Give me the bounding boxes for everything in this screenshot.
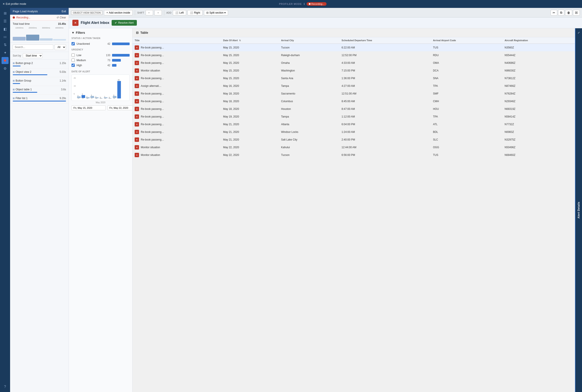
svg-text:21: 21 (109, 98, 110, 99)
clear-icon: ↺ (56, 16, 59, 19)
copy-button[interactable]: ⧉ (558, 10, 564, 16)
left-icon: ⬜ (175, 11, 178, 14)
svg-text:5: 5 (82, 94, 83, 95)
split-icon: ⊟ (206, 11, 208, 14)
table-row[interactable]: ✕ Re-book passeng… May 18, 2020 Columbus… (132, 98, 575, 105)
chart-area: 25 15 5 (72, 74, 130, 101)
cell-city-4: Santa Ana (279, 74, 340, 82)
comp-item-1[interactable]: ⊞Object view 2 5.03s (10, 68, 69, 77)
filter-unactioned-checkbox[interactable] (72, 42, 75, 46)
cell-time-0: 6:22:00 AM (340, 44, 431, 52)
comp-item-0[interactable]: ⊞Button group 2 1.15s (10, 60, 69, 68)
cell-title-10: ✕ Re-book passeng… (132, 120, 221, 128)
cell-time-6: 12:51:00 AM (340, 90, 431, 98)
col-date[interactable]: Date Of Alert ⇅ (221, 37, 279, 44)
trash-button[interactable]: ☒ (573, 10, 580, 16)
action-icon-12: ✕ (135, 138, 139, 142)
filter-unactioned: Unactioned 42 (72, 41, 130, 46)
sort-date-icon[interactable]: ⇅ (239, 39, 241, 42)
cell-code-8: HOU (431, 105, 502, 113)
close-icon: ✕ (3, 2, 5, 6)
clear-button[interactable]: ↺ Clear (56, 16, 66, 19)
table-row[interactable]: ✕ Re-book passeng… May 15, 2020 Santa An… (132, 74, 575, 82)
sidebar-icon-record[interactable]: ⏺ (2, 57, 8, 64)
action-icon-2: ✕ (135, 61, 139, 65)
svg-text:1: 1 (86, 96, 87, 98)
split-section-button[interactable]: ⊟ Split section ▾ (204, 10, 228, 15)
add-section-inside-button[interactable]: + Add section inside (104, 10, 132, 15)
analysis-header: Page Load Analysis Exit (10, 8, 69, 15)
cell-city-1: Raleigh-durham (279, 52, 340, 59)
cell-reg-5: N87466Z (502, 82, 575, 90)
component-list: ⊞Button group 2 1.15s ⊞Object view 2 5.0… (10, 60, 69, 392)
cell-time-14: 6:56:00 PM (340, 151, 431, 159)
status-section-label: STATUS / ACTION TAKEN (72, 37, 130, 40)
search-filter-select[interactable]: All (54, 44, 66, 50)
exit-profiler-button[interactable]: ✕ Exit profiler mode (3, 2, 26, 6)
filter-medium-checkbox[interactable] (72, 58, 75, 62)
sidebar-icon-fx[interactable]: ✦ (2, 49, 8, 56)
table-container[interactable]: Title Date Of Alert ⇅ Arrival City (132, 37, 575, 392)
table-row[interactable]: ✕ Re-book passeng… May 21, 2020 Windsor … (132, 128, 575, 136)
analysis-exit-button[interactable]: Exit (62, 10, 66, 13)
recording-badge: Recording... (306, 2, 326, 6)
tl-bar-0 (13, 37, 26, 41)
comp-time-4: 9.29s (60, 97, 66, 100)
toolbar-right: ✂ ⧉ 🗑 ☒ (551, 10, 580, 16)
sidebar-icon-nav[interactable]: ☰ (2, 18, 8, 24)
cell-time-4: 1:36:00 PM (340, 74, 431, 82)
table-row[interactable]: ✕ Re-book passeng… May 21, 2020 Salt Lak… (132, 136, 575, 144)
cut-button[interactable]: ✂ (551, 10, 557, 16)
sidebar-icon-settings[interactable]: ⚙ (2, 65, 8, 72)
cell-city-2: Omaha (279, 59, 340, 67)
cell-title-14: ✕ Monitor situation (132, 151, 221, 159)
table-row[interactable]: ✕ Re-book passeng… May 15, 2020 Raleigh-… (132, 52, 575, 59)
close-button[interactable]: ✕ (72, 20, 78, 26)
table-row[interactable]: ✕ Re-book passeng… May 15, 2020 Tucson 6… (132, 44, 575, 52)
profiler-info-icon: ℹ (304, 2, 305, 6)
delete-button[interactable]: 🗑 (565, 10, 572, 16)
sort-select[interactable]: Start time (23, 53, 42, 58)
page-title-bar: ✕ Flight Alert Inbox ✔ Resolve Alert (69, 18, 582, 28)
table-row[interactable]: ✕ Monitor situation May 22, 2020 Tucson … (132, 151, 575, 159)
sidebar-icon-help[interactable]: ? (2, 383, 8, 390)
sidebar-icon-transform[interactable]: ⇅ (2, 41, 8, 48)
table-row[interactable]: ✕ Re-book passeng… May 19, 2020 Tampa 1:… (132, 113, 575, 120)
table-row[interactable]: ✕ Re-book passeng… May 18, 2020 Houston … (132, 105, 575, 113)
sidebar-icon-help-wrapper: ? (2, 383, 8, 390)
cell-code-5: TPA (431, 82, 502, 90)
search-input[interactable] (13, 44, 53, 50)
table-row[interactable]: ✕ Assign alternati… May 16, 2020 Tampa 4… (132, 82, 575, 90)
expand-icon-wrapper: ⤢ (578, 31, 580, 34)
table-row[interactable]: ✕ Re-book passeng… May 18, 2020 Sacramen… (132, 90, 575, 98)
shift-left-button[interactable]: ← (146, 10, 153, 15)
table-row[interactable]: ✕ Re-book passeng… May 15, 2020 Omaha 4:… (132, 59, 575, 67)
shift-right-button[interactable]: → (154, 10, 162, 15)
comp-item-4[interactable]: ⊞Filter list 1 9.29s (10, 95, 69, 104)
comp-item-3[interactable]: ⊞Object table 1 3.6s (10, 86, 69, 95)
cell-date-3: May 15, 2020 (221, 67, 279, 74)
sep-1 (135, 10, 135, 15)
rec-dot-red (13, 16, 15, 19)
sort-section: Sort by Start time (10, 52, 69, 60)
table-row[interactable]: ✕ Monitor situation May 22, 2020 Kahului… (132, 144, 575, 151)
alert-details-panel[interactable]: ⤢ Alert Details (575, 28, 582, 392)
filter-low-checkbox[interactable] (72, 54, 75, 57)
comp-item-2[interactable]: ⊞Button Group 1.14s (10, 77, 69, 86)
filter-medium-count: 73 (104, 59, 110, 62)
table-row[interactable]: ✕ Re-book passeng… May 21, 2020 Atlanta … (132, 120, 575, 128)
timeline-labels: 10000ms 20000ms 30000ms 40000ms (13, 27, 66, 29)
table-row[interactable]: ✕ Monitor situation May 15, 2020 Washing… (132, 67, 575, 74)
cell-date-8: May 18, 2020 (221, 105, 279, 113)
date-from-input[interactable] (72, 106, 106, 110)
left-button[interactable]: ⬜ Left (173, 10, 186, 15)
cell-reg-1: N55444Z (502, 52, 575, 59)
col-title: Title (132, 37, 221, 44)
sidebar-icon-grid[interactable]: ⊞ (2, 10, 8, 17)
resolve-alert-button[interactable]: ✔ Resolve Alert (112, 20, 137, 26)
right-button[interactable]: ⬜ Right (188, 10, 203, 15)
sidebar-icon-layers[interactable]: ◧ (2, 26, 8, 32)
date-to-input[interactable] (108, 106, 132, 110)
sidebar-icon-formula[interactable]: (x) (2, 33, 8, 40)
filter-high-checkbox[interactable] (72, 64, 75, 67)
